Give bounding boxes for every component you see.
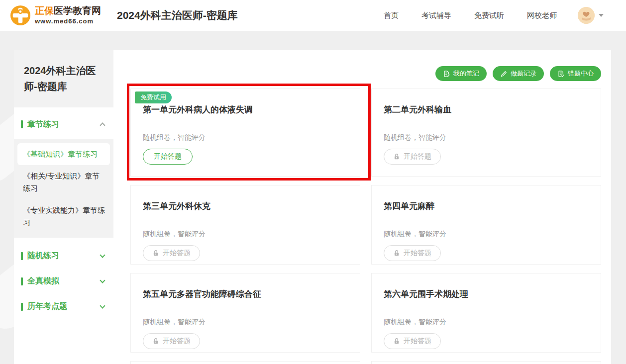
wrong-question-center-label: 错题中心: [568, 69, 594, 78]
unit-card-7-partial: [130, 361, 360, 364]
unit-card-4: 第四单元麻醉 随机组卷，智能评分 开始答题: [371, 185, 601, 265]
sidebar: 2024外科主治医师-密题库 章节练习 《基础知识》章节练习 《相关/专业知识》…: [14, 50, 113, 364]
section-accent-bar: [21, 120, 23, 128]
chevron-down-icon[interactable]: [599, 14, 604, 17]
sidebar-section-chapter-practice[interactable]: 章节练习: [14, 117, 113, 132]
section-accent-bar: [21, 303, 23, 311]
chevron-down-icon[interactable]: [100, 252, 105, 258]
lock-icon: [393, 153, 400, 160]
start-answering-label: 开始答题: [163, 249, 191, 258]
unit-card-desc: 随机组卷，智能评分: [143, 133, 348, 142]
sidebar-section-label: 全真模拟: [27, 276, 59, 286]
sidebar-item-basic-knowledge[interactable]: 《基础知识》章节练习: [17, 143, 110, 165]
sidebar-section-label: 历年考点题: [27, 301, 67, 312]
avatar[interactable]: [578, 7, 595, 24]
unit-card-1: 免费试用 第一单元外科病人的体液失调 随机组卷，智能评分 开始答题: [130, 89, 360, 177]
toolbar: 我的笔记 做题记录 错题中心: [435, 66, 601, 81]
answer-record-button[interactable]: 做题记录: [493, 66, 544, 81]
user-menu[interactable]: [578, 7, 604, 24]
sidebar-item-related-professional[interactable]: 《相关/专业知识》章节练习: [17, 165, 110, 199]
chevron-up-icon[interactable]: [100, 122, 105, 128]
unit-card-title: 第四单元麻醉: [384, 200, 589, 212]
site-logo[interactable]: 正保医学教育网 www.med66.com: [10, 5, 101, 26]
start-answering-label: 开始答题: [404, 337, 431, 346]
start-answering-button-locked[interactable]: 开始答题: [384, 333, 441, 349]
unit-card-grid: 免费试用 第一单元外科病人的体液失调 随机组卷，智能评分 开始答题 第二单元外科…: [130, 89, 601, 364]
logo-text: 正保医学教育网 www.med66.com: [35, 6, 101, 25]
unit-card-title: 第六单元围手术期处理: [384, 288, 589, 300]
unit-card-desc: 随机组卷，智能评分: [384, 133, 589, 142]
unit-card-title: 第一单元外科病人的体液失调: [143, 104, 348, 115]
my-notes-label: 我的笔记: [453, 69, 479, 78]
answer-record-label: 做题记录: [511, 69, 536, 78]
lock-icon: [152, 338, 159, 345]
lock-icon: [393, 338, 400, 345]
nav-item-free-trial[interactable]: 免费试听: [474, 11, 504, 20]
unit-card-8-partial: [371, 361, 601, 364]
sidebar-section-random-practice[interactable]: 随机练习: [14, 249, 113, 264]
unit-card-2: 第二单元外科输血 随机组卷，智能评分 开始答题: [371, 89, 601, 177]
start-answering-button-locked[interactable]: 开始答题: [384, 149, 441, 165]
my-notes-button[interactable]: 我的笔记: [435, 66, 487, 81]
start-answering-button-locked[interactable]: 开始答题: [143, 333, 200, 349]
unit-card-desc: 随机组卷，智能评分: [143, 230, 348, 239]
unit-card-title: 第三单元外科休克: [143, 200, 348, 212]
unit-card-desc: 随机组卷，智能评分: [384, 230, 589, 239]
sidebar-section-full-simulation[interactable]: 全真模拟: [14, 274, 113, 289]
pencil-icon: [500, 70, 508, 78]
start-answering-button-locked[interactable]: 开始答题: [143, 245, 200, 261]
section-accent-bar: [21, 252, 23, 260]
logo-zhengbao: 正保: [35, 5, 54, 16]
section-accent-bar: [21, 277, 23, 285]
lock-icon: [152, 250, 159, 257]
nav-item-teachers[interactable]: 网校老师: [527, 11, 557, 20]
lock-icon: [393, 250, 400, 257]
chevron-down-icon[interactable]: [100, 277, 105, 283]
start-answering-label: 开始答题: [163, 337, 191, 346]
med66-logo-icon: [10, 5, 31, 26]
unit-card-title: 第二单元外科输血: [384, 104, 589, 115]
start-answering-button-locked[interactable]: 开始答题: [384, 245, 441, 261]
main-nav: 首页 考试辅导 免费试听 网校老师: [384, 11, 557, 20]
unit-card-title: 第五单元多器官功能障碍综合征: [143, 288, 348, 300]
chevron-down-icon[interactable]: [100, 303, 105, 308]
nav-item-home[interactable]: 首页: [384, 11, 399, 20]
sidebar-section-label: 章节练习: [27, 119, 59, 130]
start-answering-label: 开始答题: [154, 152, 182, 161]
main-panel: 2024外科主治医师-密题库 章节练习 《基础知识》章节练习 《相关/专业知识》…: [14, 50, 611, 364]
logo-brand: 医学教育网: [54, 5, 101, 16]
sidebar-item-practice-ability[interactable]: 《专业实践能力》章节练习: [17, 199, 110, 234]
page-title: 2024外科主治医师-密题库: [117, 8, 238, 22]
sidebar-section-label: 随机练习: [27, 251, 59, 261]
note-check-icon: [557, 70, 565, 78]
logo-site-url: www.med66.com: [35, 17, 94, 25]
sidebar-title: 2024外科主治医师-密题库: [14, 50, 113, 107]
start-answering-label: 开始答题: [404, 152, 431, 161]
top-header: 正保医学教育网 www.med66.com 2024外科主治医师-密题库 首页 …: [0, 0, 626, 31]
wrong-question-center-button[interactable]: 错题中心: [550, 66, 601, 81]
unit-card-desc: 随机组卷，智能评分: [384, 318, 589, 327]
unit-card-desc: 随机组卷，智能评分: [143, 318, 348, 327]
start-answering-label: 开始答题: [404, 249, 431, 258]
note-check-icon: [443, 70, 450, 78]
unit-card-5: 第五单元多器官功能障碍综合征 随机组卷，智能评分 开始答题: [130, 273, 360, 353]
sidebar-subsection-list: 《基础知识》章节练习 《相关/专业知识》章节练习 《专业实践能力》章节练习: [14, 139, 113, 238]
unit-card-6: 第六单元围手术期处理 随机组卷，智能评分 开始答题: [371, 273, 601, 353]
start-answering-button[interactable]: 开始答题: [143, 149, 193, 165]
nav-item-exam-coaching[interactable]: 考试辅导: [421, 11, 451, 20]
unit-card-3: 第三单元外科休克 随机组卷，智能评分 开始答题: [130, 185, 360, 265]
free-trial-badge: 免费试用: [135, 91, 172, 103]
sidebar-section-past-exam-points[interactable]: 历年考点题: [14, 299, 113, 314]
